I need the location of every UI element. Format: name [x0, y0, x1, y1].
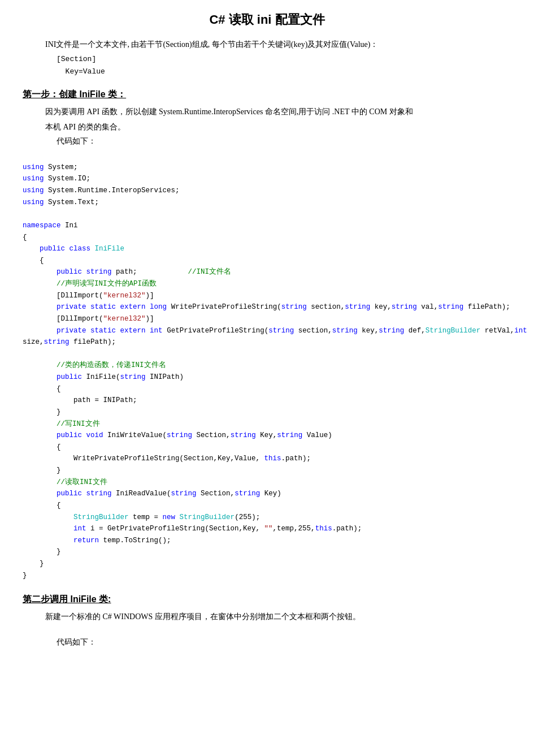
step2-desc: 新建一个标准的 C# WINDOWS 应用程序项目，在窗体中分别增加二个文本框和… [45, 610, 511, 624]
step1-desc2: 本机 API 的类的集合。 [45, 120, 511, 134]
intro-code: [Section] Key=Value [57, 53, 511, 78]
step1-heading: 第一步：创建 IniFile 类： [23, 89, 511, 101]
code-block-step1: using System; using System.IO; using Sys… [23, 150, 511, 581]
intro-text: INI文件是一个文本文件, 由若干节(Section)组成, 每个节由若干个关键… [45, 38, 511, 51]
step2-heading: 第二步调用 IniFile 类: [23, 594, 511, 606]
step2-code-label: 代码如下： [57, 637, 511, 647]
step1-code-label: 代码如下： [57, 136, 511, 146]
page-title: C# 读取 ini 配置文件 [23, 11, 511, 28]
step1-desc1: 因为要调用 API 函数，所以创建 System.Runtime.Interop… [45, 105, 511, 119]
